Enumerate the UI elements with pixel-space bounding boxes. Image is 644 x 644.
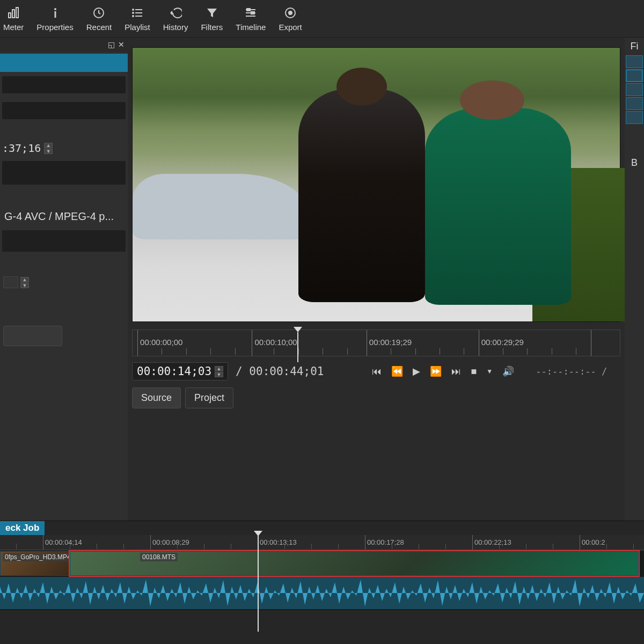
list-icon: [130, 5, 145, 20]
property-field[interactable]: [2, 230, 126, 252]
close-icon[interactable]: ✕: [118, 40, 125, 49]
tl-mark: 00:00:04;14: [43, 535, 82, 550]
svg-point-3: [54, 8, 56, 10]
ruler-mark: 00:00:29;29: [481, 338, 524, 347]
right-panel: Fi B: [625, 38, 644, 521]
toolbar-recent[interactable]: Recent: [86, 5, 112, 32]
toolbar-meter[interactable]: Meter: [3, 5, 24, 32]
timeline-header: eck Job: [0, 521, 644, 535]
ruler-mark: 00:00:19;29: [369, 338, 412, 347]
properties-panel: ◱ ✕ :37;16 ▲▼ G-4 AVC / MPEG-4 p... ▲▼: [0, 38, 128, 521]
timeline-playhead[interactable]: [258, 535, 259, 632]
svg-point-10: [133, 12, 134, 13]
toolbar-playlist[interactable]: Playlist: [125, 5, 150, 32]
history-icon: [168, 5, 183, 20]
filter-thumb[interactable]: [626, 97, 643, 110]
timeline-panel: eck Job 00:00:04;14 00:00:08;29 00:00:13…: [0, 521, 644, 644]
undock-icon[interactable]: ◱: [108, 40, 115, 49]
svg-rect-2: [16, 8, 18, 18]
timeline-icon: [243, 5, 258, 20]
play-icon[interactable]: ▶: [413, 365, 420, 377]
playback-controls: ⏮ ⏪ ▶ ⏩ ⏭ ■ ▼ 🔊: [372, 365, 514, 377]
volume-icon[interactable]: 🔊: [502, 365, 514, 377]
svg-rect-0: [9, 13, 11, 18]
codec-label: G-4 AVC / MPEG-4 p...: [2, 210, 126, 223]
toolbar-export[interactable]: Export: [279, 5, 302, 32]
toolbar-label: Timeline: [236, 23, 266, 32]
meter-icon: [6, 5, 21, 20]
total-duration: / 00:00:44;01: [236, 365, 324, 378]
panel-title-bar: [0, 54, 128, 72]
tl-mark: 00:00:2: [580, 535, 605, 550]
clock-icon: [91, 5, 106, 20]
duration-spinner[interactable]: ▲▼: [44, 143, 53, 154]
toolbar-history[interactable]: History: [163, 5, 188, 32]
svg-rect-15: [247, 9, 250, 11]
video-preview[interactable]: [132, 47, 620, 322]
toolbar-label: Properties: [36, 23, 73, 32]
numeric-spinner[interactable]: ▲▼: [3, 276, 125, 288]
preview-area: 00:00:00;00 00:00:10;00 00:00:19;29 00:0…: [128, 38, 625, 521]
svg-point-18: [289, 11, 292, 14]
current-timecode[interactable]: 00:00:14;03 ▲▼: [132, 362, 228, 380]
svg-rect-1: [12, 10, 14, 18]
rewind-icon[interactable]: ⏪: [391, 365, 403, 377]
toolbar-properties[interactable]: Properties: [36, 5, 73, 32]
stop-icon[interactable]: ■: [471, 366, 477, 377]
preview-playhead[interactable]: [294, 327, 302, 332]
property-field[interactable]: [2, 161, 126, 185]
tl-mark: 00:00:17;28: [365, 535, 404, 550]
svg-rect-4: [54, 11, 56, 18]
tab-source[interactable]: Source: [132, 387, 181, 408]
tl-mark: 00:00:08;29: [150, 535, 189, 550]
panel-header: ◱ ✕: [0, 38, 128, 52]
fast-forward-icon[interactable]: ⏩: [430, 365, 442, 377]
preview-tabs: Source Project: [132, 387, 620, 408]
svg-rect-16: [251, 12, 254, 14]
filter-thumb[interactable]: [626, 111, 643, 124]
toolbar-label: History: [163, 23, 188, 32]
in-out-timecode: --:--:--:-- /: [536, 366, 607, 377]
filter-thumb[interactable]: [626, 55, 643, 68]
toolbar-label: Filters: [201, 23, 223, 32]
chevron-down-icon[interactable]: ▼: [486, 368, 493, 375]
panel-label: Fi: [631, 41, 639, 52]
toolbar-filters[interactable]: Filters: [201, 5, 223, 32]
disc-icon: [283, 5, 298, 20]
filter-thumb[interactable]: [626, 83, 643, 96]
toolbar-label: Export: [279, 23, 302, 32]
action-button[interactable]: [3, 326, 62, 346]
audio-waveform[interactable]: [0, 577, 644, 609]
main-toolbar: Meter Properties Recent Playlist History…: [0, 0, 644, 38]
filter-thumb[interactable]: [626, 69, 643, 82]
tl-mark: 00:00:13;13: [258, 535, 297, 550]
svg-point-9: [133, 9, 134, 10]
toolbar-label: Playlist: [125, 23, 150, 32]
job-tab[interactable]: eck Job: [0, 521, 45, 536]
tl-mark: 00:00:22;13: [472, 535, 511, 550]
video-track[interactable]: 0fps_GoPro_HD3.MP4 00108.MTS: [0, 551, 644, 610]
funnel-icon: [204, 5, 219, 20]
ruler-mark: 00:00:10;00: [254, 338, 297, 347]
skip-end-icon[interactable]: ⏭: [451, 366, 461, 377]
skip-start-icon[interactable]: ⏮: [372, 366, 382, 377]
tc-spinner[interactable]: ▲▼: [215, 366, 223, 377]
tab-project[interactable]: Project: [185, 387, 233, 408]
info-icon: [48, 5, 63, 20]
ruler-mark: 00:00:00;00: [140, 338, 182, 347]
panel-label-b: B: [631, 157, 638, 169]
property-field[interactable]: [2, 76, 126, 93]
svg-point-11: [133, 16, 134, 17]
timeline-ruler[interactable]: 00:00:04;14 00:00:08;29 00:00:13;13 00:0…: [0, 535, 644, 550]
timeline-clip[interactable]: 0fps_GoPro_HD3.MP4: [0, 551, 70, 576]
duration-value: :37;16: [2, 142, 41, 155]
toolbar-label: Meter: [3, 23, 24, 32]
toolbar-timeline[interactable]: Timeline: [236, 5, 266, 32]
toolbar-label: Recent: [86, 23, 112, 32]
preview-time-ruler[interactable]: 00:00:00;00 00:00:10;00 00:00:19;29 00:0…: [132, 330, 620, 356]
duration-field: :37;16 ▲▼: [0, 140, 128, 157]
transport-bar: 00:00:14;03 ▲▼ / 00:00:44;01 ⏮ ⏪ ▶ ⏩ ⏭ ■…: [132, 362, 620, 381]
timeline-clip[interactable]: 00108.MTS: [70, 551, 639, 576]
property-field[interactable]: [2, 102, 126, 119]
